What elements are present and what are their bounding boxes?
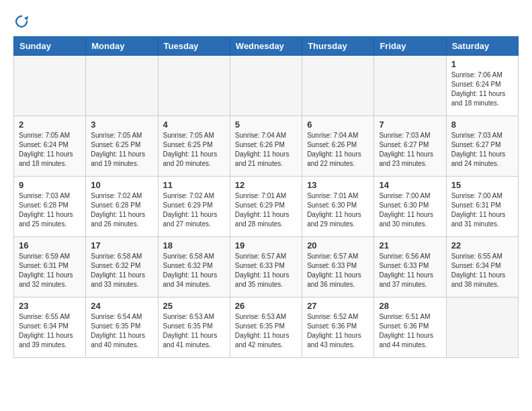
day-number: 18: [163, 240, 225, 250]
page-header: [13, 13, 519, 30]
day-cell: 21Sunrise: 6:56 AM Sunset: 6:33 PM Dayli…: [374, 237, 446, 298]
day-info: Sunrise: 6:55 AM Sunset: 6:34 PM Dayligh…: [19, 312, 81, 350]
day-info: Sunrise: 7:06 AM Sunset: 6:24 PM Dayligh…: [451, 71, 513, 108]
day-info: Sunrise: 7:05 AM Sunset: 6:25 PM Dayligh…: [91, 131, 152, 169]
week-row-2: 2Sunrise: 7:05 AM Sunset: 6:24 PM Daylig…: [14, 116, 519, 177]
day-cell: 2Sunrise: 7:05 AM Sunset: 6:24 PM Daylig…: [14, 116, 86, 177]
day-cell: 22Sunrise: 6:55 AM Sunset: 6:34 PM Dayli…: [446, 237, 518, 298]
day-cell: [230, 56, 302, 116]
day-cell: [14, 56, 86, 116]
day-info: Sunrise: 7:03 AM Sunset: 6:28 PM Dayligh…: [19, 191, 81, 229]
day-info: Sunrise: 6:57 AM Sunset: 6:33 PM Dayligh…: [235, 252, 297, 289]
day-cell: 13Sunrise: 7:01 AM Sunset: 6:30 PM Dayli…: [302, 177, 374, 237]
day-cell: 23Sunrise: 6:55 AM Sunset: 6:34 PM Dayli…: [14, 298, 86, 358]
day-number: 8: [451, 120, 513, 130]
week-row-3: 9Sunrise: 7:03 AM Sunset: 6:28 PM Daylig…: [14, 177, 519, 237]
day-cell: 19Sunrise: 6:57 AM Sunset: 6:33 PM Dayli…: [230, 237, 302, 298]
weekday-header-sunday: Sunday: [14, 37, 86, 56]
day-info: Sunrise: 7:05 AM Sunset: 6:24 PM Dayligh…: [19, 131, 81, 169]
day-info: Sunrise: 6:58 AM Sunset: 6:32 PM Dayligh…: [163, 252, 225, 289]
day-number: 2: [19, 120, 81, 130]
day-cell: 20Sunrise: 6:57 AM Sunset: 6:33 PM Dayli…: [302, 237, 374, 298]
day-cell: 5Sunrise: 7:04 AM Sunset: 6:26 PM Daylig…: [230, 116, 302, 177]
weekday-header-tuesday: Tuesday: [158, 37, 230, 56]
day-cell: [158, 56, 230, 116]
weekday-header-wednesday: Wednesday: [230, 37, 302, 56]
day-info: Sunrise: 7:04 AM Sunset: 6:26 PM Dayligh…: [235, 131, 297, 169]
day-number: 14: [379, 180, 441, 190]
day-cell: 17Sunrise: 6:58 AM Sunset: 6:32 PM Dayli…: [86, 237, 158, 298]
day-number: 5: [235, 120, 297, 130]
day-cell: 10Sunrise: 7:02 AM Sunset: 6:28 PM Dayli…: [86, 177, 158, 237]
day-info: Sunrise: 7:01 AM Sunset: 6:29 PM Dayligh…: [235, 191, 297, 229]
day-info: Sunrise: 6:56 AM Sunset: 6:33 PM Dayligh…: [379, 252, 441, 289]
day-number: 28: [379, 301, 441, 311]
weekday-header-row: SundayMondayTuesdayWednesdayThursdayFrid…: [14, 37, 519, 56]
day-info: Sunrise: 7:00 AM Sunset: 6:31 PM Dayligh…: [451, 191, 513, 229]
day-cell: [302, 56, 374, 116]
day-cell: 26Sunrise: 6:53 AM Sunset: 6:35 PM Dayli…: [230, 298, 302, 358]
day-cell: 14Sunrise: 7:00 AM Sunset: 6:30 PM Dayli…: [374, 177, 446, 237]
day-number: 22: [451, 240, 513, 250]
day-number: 1: [451, 59, 513, 69]
day-info: Sunrise: 7:02 AM Sunset: 6:28 PM Dayligh…: [91, 191, 152, 229]
day-number: 27: [307, 301, 369, 311]
day-cell: [86, 56, 158, 116]
day-info: Sunrise: 6:54 AM Sunset: 6:35 PM Dayligh…: [91, 312, 152, 350]
day-number: 4: [163, 120, 225, 130]
logo-icon: [13, 13, 30, 30]
day-number: 26: [235, 301, 297, 311]
day-info: Sunrise: 6:58 AM Sunset: 6:32 PM Dayligh…: [91, 252, 152, 289]
day-info: Sunrise: 6:53 AM Sunset: 6:35 PM Dayligh…: [235, 312, 297, 350]
weekday-header-thursday: Thursday: [302, 37, 374, 56]
day-number: 24: [91, 301, 152, 311]
day-info: Sunrise: 7:04 AM Sunset: 6:26 PM Dayligh…: [307, 131, 369, 169]
day-info: Sunrise: 6:52 AM Sunset: 6:36 PM Dayligh…: [307, 312, 369, 350]
day-number: 15: [451, 180, 513, 190]
day-number: 9: [19, 180, 81, 190]
day-cell: 6Sunrise: 7:04 AM Sunset: 6:26 PM Daylig…: [302, 116, 374, 177]
day-cell: 11Sunrise: 7:02 AM Sunset: 6:29 PM Dayli…: [158, 177, 230, 237]
day-cell: 9Sunrise: 7:03 AM Sunset: 6:28 PM Daylig…: [14, 177, 86, 237]
day-number: 21: [379, 240, 441, 250]
day-number: 7: [379, 120, 441, 130]
week-row-4: 16Sunrise: 6:59 AM Sunset: 6:31 PM Dayli…: [14, 237, 519, 298]
weekday-header-monday: Monday: [86, 37, 158, 56]
day-cell: 25Sunrise: 6:53 AM Sunset: 6:35 PM Dayli…: [158, 298, 230, 358]
day-info: Sunrise: 7:02 AM Sunset: 6:29 PM Dayligh…: [163, 191, 225, 229]
day-cell: 4Sunrise: 7:05 AM Sunset: 6:25 PM Daylig…: [158, 116, 230, 177]
day-number: 6: [307, 120, 369, 130]
day-number: 3: [91, 120, 152, 130]
day-number: 25: [163, 301, 225, 311]
day-cell: 1Sunrise: 7:06 AM Sunset: 6:24 PM Daylig…: [446, 56, 518, 116]
day-cell: [446, 298, 518, 358]
day-info: Sunrise: 7:05 AM Sunset: 6:25 PM Dayligh…: [163, 131, 225, 169]
day-number: 17: [91, 240, 152, 250]
day-cell: 16Sunrise: 6:59 AM Sunset: 6:31 PM Dayli…: [14, 237, 86, 298]
day-cell: 28Sunrise: 6:51 AM Sunset: 6:36 PM Dayli…: [374, 298, 446, 358]
day-cell: 12Sunrise: 7:01 AM Sunset: 6:29 PM Dayli…: [230, 177, 302, 237]
day-number: 20: [307, 240, 369, 250]
day-number: 11: [163, 180, 225, 190]
day-cell: 8Sunrise: 7:03 AM Sunset: 6:27 PM Daylig…: [446, 116, 518, 177]
day-info: Sunrise: 6:53 AM Sunset: 6:35 PM Dayligh…: [163, 312, 225, 350]
week-row-1: 1Sunrise: 7:06 AM Sunset: 6:24 PM Daylig…: [14, 56, 519, 116]
day-info: Sunrise: 6:51 AM Sunset: 6:36 PM Dayligh…: [379, 312, 441, 350]
day-number: 10: [91, 180, 152, 190]
logo: [13, 13, 32, 30]
calendar: SundayMondayTuesdayWednesdayThursdayFrid…: [13, 36, 519, 358]
day-info: Sunrise: 6:57 AM Sunset: 6:33 PM Dayligh…: [307, 252, 369, 289]
day-info: Sunrise: 7:01 AM Sunset: 6:30 PM Dayligh…: [307, 191, 369, 229]
day-number: 19: [235, 240, 297, 250]
day-info: Sunrise: 7:03 AM Sunset: 6:27 PM Dayligh…: [379, 131, 441, 169]
day-number: 13: [307, 180, 369, 190]
day-number: 16: [19, 240, 81, 250]
day-cell: [374, 56, 446, 116]
day-info: Sunrise: 6:55 AM Sunset: 6:34 PM Dayligh…: [451, 252, 513, 289]
day-cell: 24Sunrise: 6:54 AM Sunset: 6:35 PM Dayli…: [86, 298, 158, 358]
weekday-header-friday: Friday: [374, 37, 446, 56]
day-number: 23: [19, 301, 81, 311]
week-row-5: 23Sunrise: 6:55 AM Sunset: 6:34 PM Dayli…: [14, 298, 519, 358]
day-cell: 18Sunrise: 6:58 AM Sunset: 6:32 PM Dayli…: [158, 237, 230, 298]
day-info: Sunrise: 7:03 AM Sunset: 6:27 PM Dayligh…: [451, 131, 513, 169]
